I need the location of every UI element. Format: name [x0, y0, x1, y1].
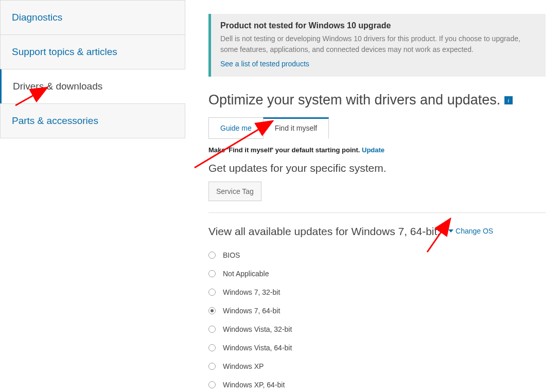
notice-link[interactable]: See a list of tested products	[220, 60, 309, 68]
page-headline: Optimize your system with drivers and up…	[208, 92, 546, 108]
info-icon[interactable]: i	[504, 96, 513, 104]
os-option-label: BIOS	[223, 251, 240, 259]
caret-down-icon	[448, 229, 453, 233]
notice-panel: Product not tested for Windows 10 upgrad…	[208, 14, 546, 77]
default-note-mid: Find it myself	[229, 146, 272, 154]
subhead-get-updates: Get updates for your specific system.	[208, 162, 546, 174]
headline-text: Optimize your system with drivers and up…	[208, 92, 500, 108]
os-option-label: Windows 7, 32-bit	[223, 288, 280, 296]
os-option-label: Windows 7, 64-bit	[223, 307, 280, 315]
os-option[interactable]: Windows Vista, 32-bit	[208, 325, 546, 333]
default-note-suffix: ' your default starting point.	[272, 146, 362, 154]
os-option[interactable]: Windows Vista, 64-bit	[208, 344, 546, 352]
view-all-line: View all available updates for Windows 7…	[208, 225, 546, 238]
radio-icon[interactable]	[208, 270, 216, 277]
os-option[interactable]: Windows XP	[208, 362, 546, 370]
os-option[interactable]: Windows 7, 64-bit	[208, 307, 546, 315]
sidebar-item-parts-accessories[interactable]: Parts & accessories	[0, 103, 185, 138]
divider	[208, 212, 546, 213]
os-option[interactable]: BIOS	[208, 251, 546, 259]
tabs: Guide me Find it myself	[208, 117, 546, 139]
tab-find-it-myself[interactable]: Find it myself	[263, 117, 329, 139]
sidebar: Diagnostics Support topics & articles Dr…	[0, 0, 185, 138]
os-option-label: Windows XP, 64-bit	[223, 381, 285, 389]
radio-icon[interactable]	[208, 363, 216, 370]
default-note: Make 'Find it myself' your default start…	[208, 146, 546, 154]
radio-icon[interactable]	[208, 252, 216, 259]
os-option-label: Windows Vista, 32-bit	[223, 325, 292, 333]
notice-title: Product not tested for Windows 10 upgrad…	[220, 21, 536, 30]
view-all-text: View all available updates for Windows 7…	[208, 225, 440, 237]
change-os-text: Change OS	[456, 227, 493, 235]
os-option-label: Windows Vista, 64-bit	[223, 344, 292, 352]
default-note-prefix: Make '	[208, 146, 229, 154]
os-option[interactable]: Windows XP, 64-bit	[208, 381, 546, 389]
os-option[interactable]: Windows 7, 32-bit	[208, 288, 546, 296]
tab-guide-me[interactable]: Guide me	[208, 117, 264, 139]
radio-icon[interactable]	[208, 326, 216, 333]
os-option-label: Windows XP	[223, 362, 264, 370]
radio-icon[interactable]	[208, 381, 216, 388]
os-option-label: Not Applicable	[223, 270, 269, 278]
radio-icon[interactable]	[208, 289, 216, 296]
radio-icon[interactable]	[208, 307, 216, 314]
change-os-link[interactable]: Change OS	[448, 227, 493, 235]
sidebar-item-drivers-downloads[interactable]: Drivers & downloads	[0, 69, 185, 104]
sidebar-item-diagnostics[interactable]: Diagnostics	[0, 0, 185, 35]
os-list: BIOSNot ApplicableWindows 7, 32-bitWindo…	[208, 251, 546, 389]
sidebar-item-support-topics[interactable]: Support topics & articles	[0, 34, 185, 69]
service-tag-button[interactable]: Service Tag	[208, 182, 261, 201]
os-option[interactable]: Not Applicable	[208, 270, 546, 278]
main-content: Product not tested for Windows 10 upgrad…	[208, 14, 546, 392]
update-link[interactable]: Update	[362, 146, 384, 154]
radio-icon[interactable]	[208, 344, 216, 351]
notice-body: Dell is not testing or developing Window…	[220, 33, 536, 55]
